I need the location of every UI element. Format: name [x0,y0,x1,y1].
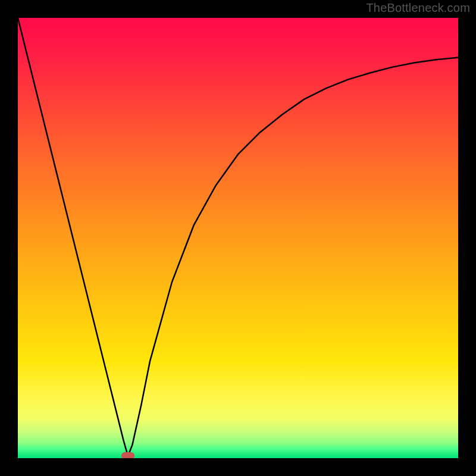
chart-frame: TheBottleneck.com [0,0,476,476]
plot-area [18,18,458,458]
watermark-text: TheBottleneck.com [366,1,470,15]
min-marker [121,452,134,458]
line-curve [18,18,458,458]
